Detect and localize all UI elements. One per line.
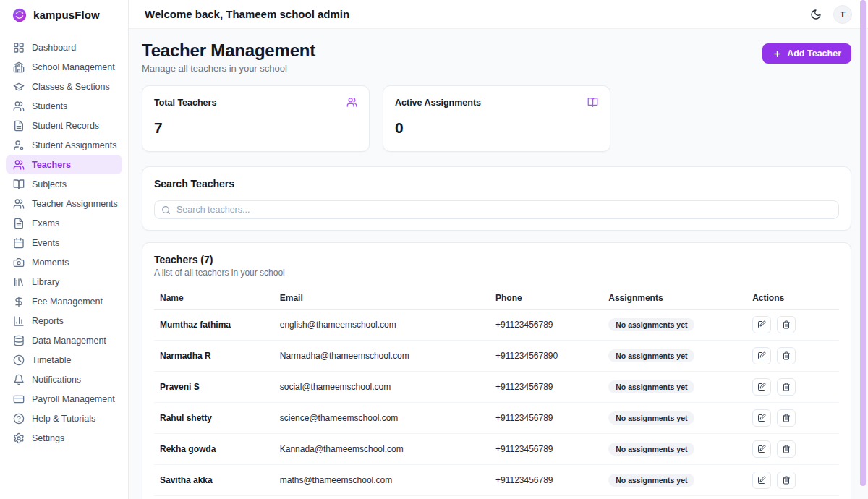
sidebar-item-reports[interactable]: Reports bbox=[6, 311, 122, 330]
table-row: Praveni S social@thameemschool.com +9112… bbox=[154, 372, 839, 403]
stat-label: Total Teachers bbox=[154, 98, 216, 108]
teacher-email: Narmadha@thameemschool.com bbox=[274, 341, 490, 372]
bell-icon bbox=[13, 374, 25, 385]
delete-teacher-button[interactable] bbox=[777, 409, 796, 427]
trash-icon bbox=[782, 445, 791, 453]
sidebar-item-timetable[interactable]: Timetable bbox=[6, 350, 122, 370]
search-teachers-card: Search Teachers bbox=[142, 166, 851, 231]
welcome-message: Welcome back, Thameem school admin bbox=[145, 8, 349, 20]
edit-teacher-button[interactable] bbox=[752, 409, 771, 427]
app-logo: kampusFlow bbox=[0, 0, 128, 30]
table-row: Mumthaz fathima english@thameemschool.co… bbox=[154, 310, 839, 341]
sidebar-item-label: Moments bbox=[32, 257, 69, 268]
sidebar-item-settings[interactable]: Settings bbox=[6, 428, 122, 448]
teacher-email: maths@thameemschool.com bbox=[274, 465, 490, 496]
edit-icon bbox=[757, 320, 766, 329]
sidebar-item-notifications[interactable]: Notifications bbox=[6, 370, 122, 389]
teacher-phone: +91123456789 bbox=[490, 372, 603, 403]
vertical-scrollbar[interactable] bbox=[860, 0, 866, 486]
search-card-title: Search Teachers bbox=[154, 178, 839, 189]
book-open-icon bbox=[13, 179, 25, 190]
sidebar-item-label: Subjects bbox=[32, 179, 67, 189]
delete-teacher-button[interactable] bbox=[777, 440, 796, 458]
teacher-email: english@thameemschool.com bbox=[274, 310, 490, 341]
book-open-icon bbox=[587, 97, 598, 108]
teacher-phone: +91123456789 bbox=[490, 434, 603, 465]
sidebar-item-label: Teacher Assignments bbox=[32, 199, 118, 209]
search-icon bbox=[161, 205, 171, 215]
sidebar-item-label: Student Assignments bbox=[32, 140, 116, 150]
school-icon bbox=[13, 61, 25, 73]
stat-label: Active Assignments bbox=[395, 98, 481, 108]
trash-icon bbox=[782, 414, 791, 422]
add-teacher-button[interactable]: Add Teacher bbox=[762, 43, 851, 64]
stat-card-total-teachers: Total Teachers 7 bbox=[142, 85, 370, 152]
page-subtitle: Manage all teachers in your school bbox=[142, 63, 315, 74]
search-input[interactable] bbox=[176, 205, 832, 215]
sidebar-item-label: Notifications bbox=[32, 375, 81, 385]
column-header-assignments: Assignments bbox=[603, 287, 746, 310]
edit-teacher-button[interactable] bbox=[752, 316, 771, 333]
sidebar-item-student-assignments[interactable]: Student Assignments bbox=[6, 135, 122, 155]
sidebar-item-moments[interactable]: Moments bbox=[6, 252, 122, 272]
teacher-name: Rekha gowda bbox=[154, 434, 274, 465]
stat-value: 0 bbox=[395, 119, 598, 137]
sidebar-item-dashboard[interactable]: Dashboard bbox=[6, 38, 122, 57]
sidebar-item-label: Help & Tutorials bbox=[32, 414, 95, 424]
delete-teacher-button[interactable] bbox=[777, 347, 796, 364]
plus-icon bbox=[773, 49, 782, 59]
trash-icon bbox=[782, 383, 791, 391]
dashboard-icon bbox=[13, 42, 25, 54]
sidebar-item-library[interactable]: Library bbox=[6, 272, 122, 291]
sidebar-item-teacher-assignments[interactable]: Teacher Assignments bbox=[6, 194, 122, 213]
sidebar-item-payroll-management[interactable]: Payroll Management bbox=[6, 389, 122, 409]
edit-teacher-button[interactable] bbox=[752, 440, 771, 458]
edit-teacher-button[interactable] bbox=[752, 347, 771, 364]
delete-teacher-button[interactable] bbox=[777, 472, 796, 489]
sidebar-item-events[interactable]: Events bbox=[6, 233, 122, 252]
sidebar-item-classes-sections[interactable]: Classes & Sections bbox=[6, 77, 122, 96]
table-row: Rekha gowda Kannada@thameemschool.com +9… bbox=[154, 434, 839, 465]
teacher-phone: +91123456789 bbox=[490, 465, 603, 496]
sidebar-item-teachers[interactable]: Teachers bbox=[6, 155, 122, 174]
stat-card-active-assignments: Active Assignments 0 bbox=[383, 85, 610, 152]
teacher-email: social@thameemschool.com bbox=[274, 372, 490, 403]
sidebar-item-label: Payroll Management bbox=[32, 394, 115, 404]
delete-teacher-button[interactable] bbox=[777, 378, 796, 396]
teacher-name: Rahul shetty bbox=[154, 403, 274, 434]
clock-icon bbox=[13, 354, 25, 366]
edit-teacher-button[interactable] bbox=[752, 378, 771, 396]
moon-icon bbox=[810, 9, 822, 20]
sidebar-item-fee-management[interactable]: Fee Management bbox=[6, 291, 122, 311]
main-area: Welcome back, Thameem school admin T Tea… bbox=[129, 0, 868, 499]
sidebar-item-student-records[interactable]: Student Records bbox=[6, 116, 122, 135]
sidebar-item-label: Classes & Sections bbox=[32, 82, 110, 92]
sidebar-nav: Dashboard School Management Classes & Se… bbox=[0, 30, 128, 455]
bar-chart-icon bbox=[13, 315, 25, 327]
assignments-badge: No assignments yet bbox=[608, 411, 694, 425]
sidebar-item-label: Settings bbox=[32, 433, 64, 443]
dark-mode-toggle[interactable] bbox=[809, 7, 823, 22]
sidebar-item-students[interactable]: Students bbox=[6, 96, 122, 116]
dollar-icon bbox=[13, 296, 25, 307]
edit-teacher-button[interactable] bbox=[752, 472, 771, 489]
sidebar-item-subjects[interactable]: Subjects bbox=[6, 174, 122, 194]
sidebar-item-school-management[interactable]: School Management bbox=[6, 57, 122, 77]
edit-icon bbox=[757, 476, 766, 485]
sidebar-item-exams[interactable]: Exams bbox=[6, 213, 122, 233]
column-header-actions: Actions bbox=[746, 287, 839, 310]
avatar[interactable]: T bbox=[833, 5, 852, 24]
column-header-email: Email bbox=[274, 287, 490, 310]
teacher-phone: +91123456789 bbox=[490, 310, 603, 341]
user-assignment-icon bbox=[13, 140, 25, 151]
edit-icon bbox=[757, 351, 766, 360]
kampusflow-logo-icon bbox=[12, 7, 27, 23]
table-row: Savitha akka maths@thameemschool.com +91… bbox=[154, 465, 839, 496]
sidebar-item-help-tutorials[interactable]: Help & Tutorials bbox=[6, 409, 122, 428]
delete-teacher-button[interactable] bbox=[777, 316, 796, 333]
sidebar-item-data-management[interactable]: Data Management bbox=[6, 330, 122, 350]
teacher-email: Kannada@thameemschool.com bbox=[274, 434, 490, 465]
teacher-phone: +911234567890 bbox=[490, 341, 603, 372]
assignments-badge: No assignments yet bbox=[608, 380, 694, 393]
edit-icon bbox=[757, 383, 766, 391]
